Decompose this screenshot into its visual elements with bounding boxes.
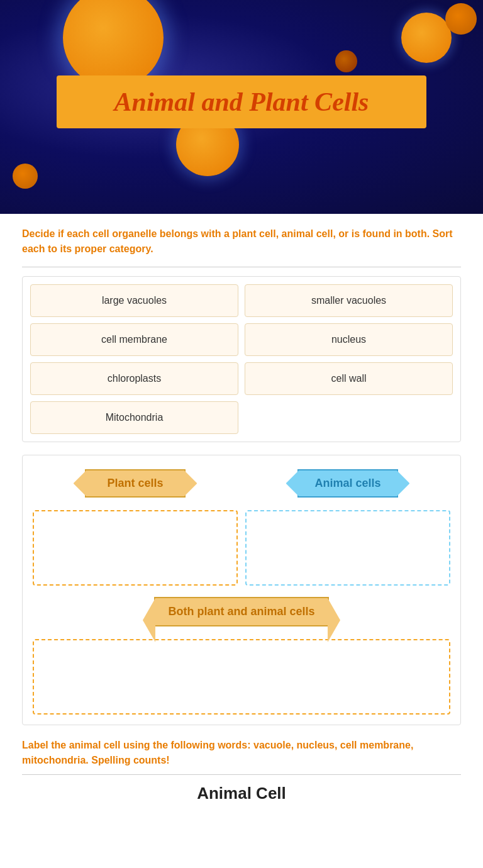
organelle-smaller-vacuoles[interactable]: smaller vacuoles [245,284,453,317]
animal-drop-zone[interactable] [245,510,450,586]
both-drop-zone[interactable] [33,639,450,715]
header: Animal and Plant Cells [0,0,483,214]
animal-cell-diagram-title: Animal Cell [22,784,461,803]
sort-top-row: Plant cells Animal cells [33,465,450,586]
label-instructions: Label the animal cell using the followin… [22,738,461,768]
divider-2 [22,774,461,775]
organelle-pool: large vacuoles smaller vacuoles cell mem… [22,276,461,442]
sort-container: Plant cells Animal cells Both plant and … [22,455,461,725]
title-banner: Animal and Plant Cells [57,75,426,128]
plant-drop-zone[interactable] [33,510,238,586]
plant-cells-banner: Plant cells [85,469,186,498]
cell-decoration-5 [13,164,38,189]
cell-decoration-6 [335,50,357,72]
organelle-large-vacuoles[interactable]: large vacuoles [30,284,238,317]
sort-instructions: Decide if each cell organelle belongs wi… [22,226,461,257]
both-cells-category: Both plant and animal cells [33,593,450,715]
organelle-cell-membrane[interactable]: cell membrane [30,323,238,356]
both-banner-wrapper: Both plant and animal cells [33,593,450,634]
both-cells-banner: Both plant and animal cells [154,597,328,626]
main-content: Decide if each cell organelle belongs wi… [0,214,483,816]
cell-decoration-4 [445,3,477,35]
header-background: Animal and Plant Cells [0,0,483,214]
animal-cells-category: Animal cells [245,465,450,586]
organelle-chloroplasts[interactable]: chloroplasts [30,362,238,395]
plant-banner-wrapper: Plant cells [33,465,238,505]
page-title: Animal and Plant Cells [114,87,369,116]
animal-cells-banner: Animal cells [297,469,398,498]
cell-decoration-1 [63,0,164,88]
organelle-nucleus[interactable]: nucleus [245,323,453,356]
divider-1 [22,267,461,267]
sort-bottom-row: Both plant and animal cells [33,593,450,715]
cell-decoration-3 [401,13,452,63]
organelle-cell-wall[interactable]: cell wall [245,362,453,395]
plant-cells-category: Plant cells [33,465,238,586]
animal-banner-wrapper: Animal cells [245,465,450,505]
organelle-mitochondria[interactable]: Mitochondria [30,401,238,434]
